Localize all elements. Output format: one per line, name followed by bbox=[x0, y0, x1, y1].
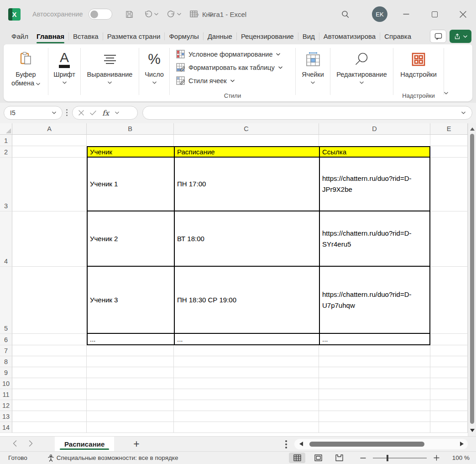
tab-file[interactable]: Файл bbox=[7, 28, 32, 44]
row-header-14[interactable]: 14 bbox=[0, 422, 12, 433]
cell-B1[interactable] bbox=[87, 135, 174, 146]
zoom-out-button[interactable] bbox=[360, 457, 366, 459]
cell-D2-table-header[interactable]: Ссылка bbox=[319, 146, 430, 158]
tab-review[interactable]: Рецензирование bbox=[237, 28, 298, 44]
table-question-button[interactable]: ? bbox=[188, 8, 201, 21]
undo-button[interactable] bbox=[142, 8, 160, 21]
cell-E1[interactable] bbox=[430, 135, 468, 146]
cell-C12[interactable] bbox=[174, 400, 319, 411]
group-clipboard[interactable]: Буфер обмена bbox=[4, 44, 48, 101]
vertical-scrollbar-thumb[interactable] bbox=[470, 134, 474, 424]
collapse-ribbon-button[interactable] bbox=[444, 89, 448, 96]
view-page-break-button[interactable] bbox=[331, 453, 347, 463]
cell-C5[interactable]: ПН 18:30 СР 19:00 bbox=[174, 267, 319, 334]
row-header-13[interactable]: 13 bbox=[0, 411, 12, 422]
cell-B5[interactable]: Ученик 3 bbox=[87, 267, 174, 334]
cell-D8[interactable] bbox=[319, 356, 430, 367]
scroll-down-arrow-icon[interactable] bbox=[470, 429, 475, 432]
chevron-down-icon[interactable] bbox=[461, 111, 466, 114]
cell-B9[interactable] bbox=[87, 367, 174, 378]
cell-E4[interactable] bbox=[430, 211, 468, 267]
account-avatar[interactable]: EK bbox=[372, 6, 387, 22]
cell-A4[interactable] bbox=[12, 211, 87, 267]
tab-view[interactable]: Вид bbox=[298, 28, 319, 44]
tab-data[interactable]: Данные bbox=[204, 28, 236, 44]
tab-automate[interactable]: Автоматизирова bbox=[319, 28, 380, 44]
tab-home[interactable]: Главная bbox=[32, 28, 68, 44]
cell-B10[interactable] bbox=[87, 378, 174, 389]
cell-C6[interactable]: ... bbox=[174, 334, 319, 345]
cell-C4[interactable]: ВТ 18:00 bbox=[174, 211, 319, 267]
select-all-corner[interactable] bbox=[0, 123, 12, 135]
cell-E14[interactable] bbox=[430, 422, 468, 433]
cell-E10[interactable] bbox=[430, 378, 468, 389]
cell-C13[interactable] bbox=[174, 411, 319, 422]
cell-A3[interactable] bbox=[12, 158, 87, 211]
cell-A7[interactable] bbox=[12, 345, 87, 356]
cell-D10[interactable] bbox=[319, 378, 430, 389]
vertical-scrollbar[interactable] bbox=[468, 123, 476, 436]
row-header-5[interactable]: 5 bbox=[0, 267, 12, 334]
cell-D1[interactable] bbox=[319, 135, 430, 146]
close-button[interactable] bbox=[452, 0, 474, 28]
cell-D12[interactable] bbox=[319, 400, 430, 411]
tab-help[interactable]: Справка bbox=[380, 28, 415, 44]
cell-A2[interactable] bbox=[12, 146, 87, 158]
horizontal-scrollbar-thumb[interactable] bbox=[309, 442, 424, 447]
formula-bar-grip[interactable] bbox=[66, 109, 68, 116]
horizontal-scrollbar[interactable] bbox=[294, 439, 468, 449]
row-header-4[interactable]: 4 bbox=[0, 211, 12, 267]
cell-E6[interactable] bbox=[430, 334, 468, 345]
group-cells[interactable]: Ячейки bbox=[296, 44, 330, 101]
row-header-3[interactable]: 3 bbox=[0, 158, 12, 211]
tab-formulas[interactable]: Формулы bbox=[165, 28, 203, 44]
cell-B7[interactable] bbox=[87, 345, 174, 356]
tab-insert[interactable]: Вставка bbox=[69, 28, 103, 44]
zoom-in-button[interactable] bbox=[434, 455, 439, 461]
cell-D5[interactable]: https://chattern.ru/duo?rid=D-U7p7uhqw bbox=[319, 267, 430, 334]
cell-E3[interactable] bbox=[430, 158, 468, 211]
scrollbar-grip[interactable] bbox=[285, 440, 287, 448]
row-header-11[interactable]: 11 bbox=[0, 389, 12, 400]
name-box[interactable]: I5 bbox=[4, 106, 63, 120]
cell-B14[interactable] bbox=[87, 422, 174, 433]
enter-check-icon[interactable] bbox=[90, 111, 96, 116]
cell-A9[interactable] bbox=[12, 367, 87, 378]
group-number[interactable]: % Число bbox=[139, 44, 169, 101]
add-sheet-button[interactable]: + bbox=[133, 439, 139, 449]
row-header-8[interactable]: 8 bbox=[0, 356, 12, 367]
cell-D4[interactable]: https://chattern.ru/duo?rid=D-SYr4eru5 bbox=[319, 211, 430, 267]
cell-D3[interactable]: https://chattern.ru/duo?rid=D-JPr9X2be bbox=[319, 158, 430, 211]
row-header-10[interactable]: 10 bbox=[0, 378, 12, 389]
cell-E8[interactable] bbox=[430, 356, 468, 367]
column-header-A[interactable]: A bbox=[12, 123, 87, 135]
cell-E12[interactable] bbox=[430, 400, 468, 411]
column-header-D[interactable]: D bbox=[319, 123, 430, 135]
next-sheet-button[interactable] bbox=[27, 438, 35, 450]
row-header-12[interactable]: 12 bbox=[0, 400, 12, 411]
group-alignment[interactable]: Выравнивание bbox=[81, 44, 139, 101]
cell-E5[interactable] bbox=[430, 267, 468, 334]
cell-D7[interactable] bbox=[319, 345, 430, 356]
cell-B8[interactable] bbox=[87, 356, 174, 367]
format-as-table-button[interactable]: Форматировать как таблицу bbox=[170, 61, 282, 74]
row-header-7[interactable]: 7 bbox=[0, 345, 12, 356]
cell-E2[interactable] bbox=[430, 146, 468, 158]
cell-E7[interactable] bbox=[430, 345, 468, 356]
cell-A1[interactable] bbox=[12, 135, 87, 146]
cell-C9[interactable] bbox=[174, 367, 319, 378]
group-addins[interactable]: Надстройки Надстройки bbox=[393, 44, 444, 101]
zoom-level[interactable]: 100 % bbox=[447, 454, 470, 461]
conditional-formatting-button[interactable]: Условное форматирование bbox=[170, 47, 280, 61]
cell-C2-table-header[interactable]: Расписание bbox=[174, 146, 319, 158]
formula-input[interactable] bbox=[142, 106, 472, 120]
column-header-E[interactable]: E bbox=[430, 123, 468, 135]
insert-function-button[interactable]: fx bbox=[102, 109, 109, 117]
cell-B2-table-header[interactable]: Ученик bbox=[87, 146, 174, 158]
tab-page-layout[interactable]: Разметка страни bbox=[103, 28, 165, 44]
view-normal-button[interactable] bbox=[289, 453, 305, 463]
cell-C10[interactable] bbox=[174, 378, 319, 389]
group-font[interactable]: А Шрифт bbox=[48, 44, 80, 101]
scroll-right-arrow-icon[interactable] bbox=[460, 442, 464, 446]
cancel-icon[interactable] bbox=[78, 110, 84, 116]
